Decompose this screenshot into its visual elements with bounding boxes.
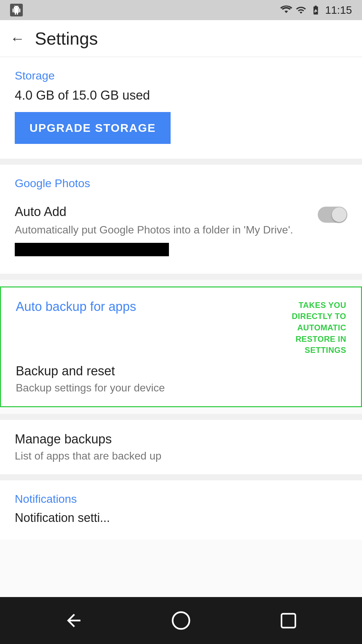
svg-rect-1 [281,613,295,627]
auto-backup-header-row: Auto backup for apps TAKES YOU DIRECTLY … [16,300,346,356]
status-bar-left [10,4,23,16]
auto-add-title: Auto Add [15,205,311,219]
nav-recents-button[interactable] [275,607,302,634]
page-title: Settings [35,29,98,49]
back-button[interactable]: ← [10,30,25,47]
manage-backups-desc: List of apps that are backed up [15,450,347,462]
upgrade-storage-button[interactable]: UPGRADE STORAGE [15,112,171,144]
google-photos-header: Google Photos [15,177,347,190]
auto-add-description: Automatically put Google Photos into a f… [15,222,311,237]
storage-section: Storage 4.0 GB of 15.0 GB used UPGRADE S… [0,57,362,159]
divider-4 [0,474,362,480]
navigation-bar [0,597,362,644]
divider-3 [0,414,362,420]
google-photos-section: Google Photos Auto Add Automatically put… [0,165,362,274]
manage-backups-title: Manage backups [15,432,347,446]
backup-reset-desc: Backup settings for your device [16,382,346,394]
divider-2 [0,274,362,280]
auto-backup-title: Auto backup for apps [16,300,136,314]
nav-home-button[interactable] [168,607,194,634]
app-header: ← Settings [0,20,362,57]
android-icon [10,4,23,16]
auto-add-item: Auto Add Automatically put Google Photos… [15,199,347,262]
auto-backup-hint: TAKES YOU DIRECTLY TO AUTOMATIC RESTORE … [259,300,346,356]
battery-icon [310,5,322,15]
status-time: 11:15 [325,4,352,16]
wifi-icon [280,5,292,15]
auto-backup-section[interactable]: Auto backup for apps TAKES YOU DIRECTLY … [0,286,362,407]
auto-add-toggle[interactable] [318,207,347,223]
manage-backups-section[interactable]: Manage backups List of apps that are bac… [0,420,362,474]
svg-point-0 [173,612,189,629]
notifications-subtitle: Notification setti... [15,511,347,528]
signal-icon [296,5,306,15]
backup-reset-text: Backup and reset Backup settings for you… [16,364,346,394]
storage-section-header: Storage [15,69,347,82]
status-icons: 11:15 [280,4,352,16]
storage-used-text: 4.0 GB of 15.0 GB used [15,88,347,103]
toggle-knob [332,207,347,222]
notifications-header: Notifications [15,492,347,505]
notifications-section: Notifications Notification setti... [0,480,362,540]
backup-reset-title: Backup and reset [16,364,346,378]
status-bar: 11:15 [0,0,362,20]
auto-add-text: Auto Add Automatically put Google Photos… [15,205,311,256]
main-content: Storage 4.0 GB of 15.0 GB used UPGRADE S… [0,57,362,597]
nav-back-button[interactable] [60,607,87,634]
redacted-info-bar [15,243,169,256]
divider-1 [0,159,362,165]
